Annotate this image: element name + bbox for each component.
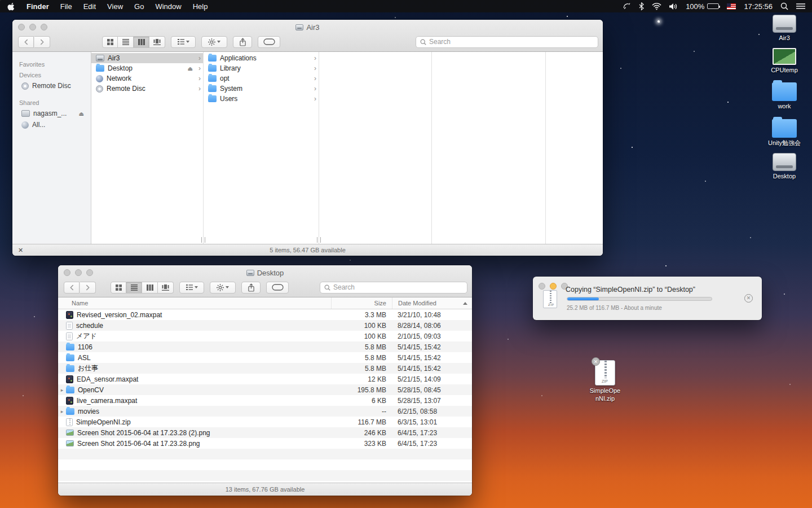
menu-view[interactable]: View bbox=[102, 2, 129, 11]
copy-traffic-lights bbox=[539, 283, 568, 290]
view-icons-button[interactable] bbox=[111, 282, 126, 294]
menu-window[interactable]: Window bbox=[149, 2, 187, 11]
menu-help[interactable]: Help bbox=[187, 2, 214, 11]
minimize-button[interactable] bbox=[550, 283, 557, 290]
file-row-movies[interactable]: ▸movies--6/2/15, 08:58 bbox=[58, 406, 472, 417]
app-menu-finder[interactable]: Finder bbox=[21, 2, 55, 11]
desktop-icon-unity[interactable]: Unity勉強会 bbox=[768, 117, 801, 147]
file-row-live-camera-maxpat[interactable]: live_camera.maxpat6 KB5/28/15, 13:07 bbox=[58, 395, 472, 406]
menu-go[interactable]: Go bbox=[129, 2, 149, 11]
header-name[interactable]: Name bbox=[58, 300, 331, 306]
zoom-button[interactable] bbox=[86, 269, 93, 276]
view-columns-button[interactable] bbox=[134, 36, 149, 48]
volume-icon[interactable] bbox=[669, 3, 678, 10]
minimize-button[interactable] bbox=[75, 269, 82, 276]
disclosure-triangle[interactable]: ▸ bbox=[58, 387, 66, 393]
column-item-network[interactable]: Network› bbox=[91, 73, 203, 84]
file-date-modified: 6/4/15, 17:23 bbox=[392, 429, 472, 437]
file-row-asl[interactable]: ASL5.8 MB5/14/15, 15:42 bbox=[58, 352, 472, 363]
disclosure-triangle[interactable]: ▸ bbox=[58, 409, 66, 414]
desktop-icon-air3[interactable]: Air3 bbox=[773, 15, 796, 42]
view-coverflow-button[interactable] bbox=[158, 282, 174, 294]
tags-button[interactable] bbox=[258, 36, 280, 48]
search-field[interactable] bbox=[320, 282, 467, 294]
minimize-button[interactable] bbox=[29, 24, 36, 30]
desktop-titlebar[interactable]: Desktop bbox=[58, 265, 472, 297]
tags-button[interactable] bbox=[266, 282, 289, 294]
apple-menu[interactable] bbox=[0, 2, 21, 11]
wifi-icon[interactable] bbox=[652, 3, 661, 10]
close-button[interactable] bbox=[539, 283, 545, 290]
share-button[interactable] bbox=[233, 36, 252, 48]
view-coverflow-button[interactable] bbox=[149, 36, 165, 48]
column-item-users[interactable]: Users› bbox=[204, 94, 319, 104]
forward-button[interactable] bbox=[80, 282, 96, 294]
file-row-item[interactable]: メアド100 KB2/10/15, 09:03 bbox=[58, 331, 472, 341]
view-icons-button[interactable] bbox=[102, 36, 118, 48]
view-list-button[interactable] bbox=[126, 282, 142, 294]
column-2: Applications›Library›opt›System›Users› bbox=[204, 52, 319, 244]
forward-button[interactable] bbox=[34, 36, 50, 48]
header-date-modified[interactable]: Date Modified bbox=[392, 297, 472, 309]
search-field[interactable] bbox=[416, 36, 598, 48]
column-item-system[interactable]: System› bbox=[204, 84, 319, 94]
air3-titlebar[interactable]: Air3 bbox=[12, 20, 603, 52]
view-columns-button[interactable] bbox=[142, 282, 158, 294]
bluetooth-icon[interactable] bbox=[639, 2, 644, 10]
action-button[interactable] bbox=[210, 282, 236, 294]
desktop-icon-cputemp[interactable]: CPUtemp bbox=[771, 48, 798, 74]
desktop-file-simpleopenni[interactable]: ZIP ✕ SimpleOpenNI.zip bbox=[587, 360, 623, 403]
close-button[interactable] bbox=[18, 24, 25, 30]
phone-icon[interactable] bbox=[623, 2, 631, 10]
column-item-library[interactable]: Library› bbox=[204, 63, 319, 73]
file-row-screen-shot-2015-06-04-at-17-23-28-png[interactable]: Screen Shot 2015-06-04 at 17.23.28.png32… bbox=[58, 438, 472, 449]
sidebar-item-remote-disc[interactable]: Remote Disc bbox=[12, 80, 91, 91]
back-button[interactable] bbox=[18, 36, 34, 48]
search-input[interactable] bbox=[333, 283, 463, 291]
column-item-remote-disc[interactable]: Remote Disc› bbox=[91, 84, 203, 94]
cancel-copy-button[interactable]: ✕ bbox=[744, 294, 753, 303]
eject-icon[interactable]: ⏏ bbox=[79, 111, 84, 117]
menu-clock[interactable]: 17:25:56 bbox=[744, 2, 773, 11]
file-date-modified: 6/2/15, 08:58 bbox=[392, 408, 472, 415]
battery-indicator[interactable]: 100% bbox=[686, 2, 719, 11]
menu-file[interactable]: File bbox=[55, 2, 78, 11]
file-row-revised-version-02-maxpat[interactable]: Revised_version_02.maxpat3.3 MB3/21/10, … bbox=[58, 309, 472, 320]
desktop-icon-label: Desktop bbox=[773, 173, 796, 180]
action-button[interactable] bbox=[201, 36, 227, 48]
file-row-item[interactable]: お仕事5.8 MB5/14/15, 15:42 bbox=[58, 363, 472, 374]
file-row-simpleopenni-zip[interactable]: SimpleOpenNI.zip116.7 MB6/3/15, 13:01 bbox=[58, 417, 472, 427]
battery-icon bbox=[707, 3, 719, 9]
desktop-icon-desktop[interactable]: Desktop bbox=[773, 153, 796, 180]
file-row-1106[interactable]: 11065.8 MB5/14/15, 15:42 bbox=[58, 341, 472, 352]
view-switcher bbox=[102, 36, 165, 48]
file-row-eda-sensor-maxpat[interactable]: EDA_sensor.maxpat12 KB5/21/15, 14:09 bbox=[58, 374, 472, 384]
column-item-desktop[interactable]: Desktop⏏› bbox=[91, 63, 203, 73]
cancel-download-badge[interactable]: ✕ bbox=[592, 357, 600, 366]
view-list-button[interactable] bbox=[118, 36, 134, 48]
file-row-screen-shot-2015-06-04-at-17-23-28-2-png[interactable]: Screen Shot 2015-06-04 at 17.23.28 (2).p… bbox=[58, 427, 472, 438]
zoom-button[interactable] bbox=[41, 24, 47, 30]
input-language-flag-icon[interactable] bbox=[727, 3, 736, 10]
column-item-applications[interactable]: Applications› bbox=[204, 53, 319, 63]
notification-center-icon[interactable] bbox=[796, 3, 805, 10]
desktop-icon-work[interactable]: work bbox=[772, 80, 797, 110]
column-item-air3[interactable]: Air3› bbox=[91, 53, 203, 63]
file-row-schedule[interactable]: schedule100 KB8/28/14, 08:06 bbox=[58, 320, 472, 331]
file-name: EDA_sensor.maxpat bbox=[77, 375, 331, 383]
share-button[interactable] bbox=[241, 282, 261, 294]
eject-icon[interactable]: ⏏ bbox=[188, 65, 193, 72]
column-item-opt[interactable]: opt› bbox=[204, 73, 319, 84]
arrange-button[interactable] bbox=[171, 36, 196, 48]
back-button[interactable] bbox=[64, 282, 80, 294]
sidebar-item-all[interactable]: All... bbox=[12, 119, 91, 130]
spotlight-icon[interactable] bbox=[780, 2, 788, 10]
arrange-button[interactable] bbox=[179, 282, 204, 294]
close-button[interactable] bbox=[64, 269, 70, 276]
menu-edit[interactable]: Edit bbox=[78, 2, 102, 11]
sidebar-item-nagasm[interactable]: nagasm_...⏏ bbox=[12, 108, 91, 119]
resize-corner-icon[interactable]: ✕ bbox=[18, 247, 23, 254]
header-size[interactable]: Size bbox=[331, 297, 392, 309]
search-input[interactable] bbox=[429, 38, 594, 46]
file-row-opencv[interactable]: ▸OpenCV195.8 MB5/28/15, 08:45 bbox=[58, 384, 472, 395]
